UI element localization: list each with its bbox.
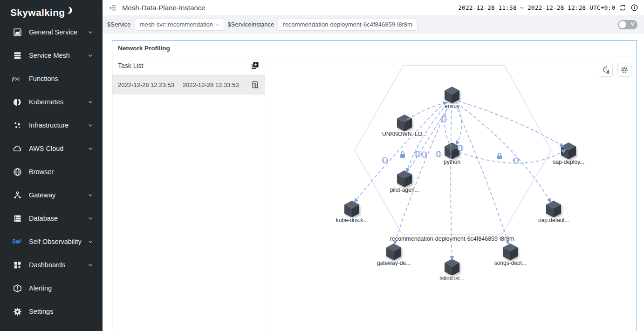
node-label-oap-default: oap.defaul...: [538, 217, 569, 223]
chevron-down-icon: [88, 122, 93, 128]
app-logo: Skywalking: [0, 0, 103, 20]
task-end-time: 2022-12-28 12:33:53: [183, 81, 239, 88]
topology-canvas[interactable]: envoyUNKNOWN_LO...pythonpilot-agen...kub…: [265, 58, 637, 329]
time-range-picker[interactable]: 2022-12-28 11:58 ~ 2022-12-28 12:28: [458, 4, 586, 11]
node-label-oap-deploy: oap-deploy...: [553, 159, 585, 165]
node-python[interactable]: [445, 142, 459, 159]
globe-icon: [513, 158, 519, 163]
menu-collapse-icon[interactable]: [106, 4, 119, 12]
sidebar-item-dashboards[interactable]: Dashboards: [0, 253, 103, 277]
edit-mode-toggle[interactable]: V: [618, 20, 637, 29]
sidebar-item-label: Service Mesh: [29, 52, 88, 59]
sidebar-item-browser[interactable]: Browser: [0, 160, 103, 183]
boundary-label: recommendation-deployment-6c4f846859-l8r…: [390, 236, 514, 242]
sidebar-item-database[interactable]: Database: [0, 207, 103, 230]
dots-cluster-icon: [12, 121, 22, 130]
sidebar-item-label: Self Observability: [29, 238, 88, 245]
sidebar-item-infrastructure[interactable]: Infrastructure: [0, 114, 103, 137]
instance-select-value: recommendation-deployment-6c4f846859-l8r…: [283, 21, 412, 28]
node-oap-default[interactable]: [546, 201, 561, 217]
sidebar-item-label: Dashboards: [29, 261, 88, 269]
task-row[interactable]: 2022-12-28 12:23:53 2022-12-28 12:33:53: [112, 75, 265, 95]
topology-edge: [407, 102, 447, 120]
skywalking-icon: Sw: [12, 237, 22, 246]
service-select[interactable]: mesh-svr::recommendation: [135, 19, 224, 31]
refresh-icon[interactable]: [619, 4, 627, 12]
node-unknown-local[interactable]: [397, 115, 412, 131]
service-var-label: $Service: [107, 21, 131, 28]
chevron-down-icon: [214, 22, 220, 27]
task-list-title: Task List: [118, 62, 251, 69]
sidebar-menu: General ServiceService Meshf(x)Functions…: [0, 20, 103, 323]
info-icon[interactable]: [630, 4, 638, 12]
sidebar-item-label: AWS Cloud: [29, 145, 88, 152]
node-label-unknown-local: UNKNOWN_LO...: [382, 131, 427, 137]
task-start-time: 2022-12-28 12:23:53: [118, 81, 174, 88]
gear-icon: [12, 307, 22, 316]
node-pilot-agent[interactable]: [397, 170, 412, 187]
task-history-icon: [602, 66, 610, 74]
node-envoy[interactable]: [445, 87, 459, 103]
panel-title: Network Profiling: [112, 41, 637, 56]
service-select-value: mesh-svr::recommendation: [140, 21, 214, 28]
globe-icon: [415, 151, 420, 157]
globe-icon: [441, 116, 446, 122]
node-label-envoy: envoy: [445, 103, 459, 109]
sidebar-item-settings[interactable]: Settings: [0, 300, 103, 323]
app-root: Skywalking General ServiceService Meshf(…: [0, 0, 644, 331]
node-label-gateway-dep: gateway-de...: [377, 260, 411, 266]
globe-icon: [436, 151, 441, 157]
node-kube-dns[interactable]: [344, 201, 359, 217]
chevron-down-icon: [88, 239, 93, 244]
topbar-right: 2022-12-28 11:58 ~ 2022-12-28 12:28 UTC+…: [458, 4, 638, 12]
service-instance-select[interactable]: recommendation-deployment-6c4f846859-l8r…: [278, 19, 418, 31]
view-task-icon[interactable]: [252, 81, 259, 89]
topology-edge: [456, 104, 462, 145]
chevron-down-icon: [88, 216, 93, 221]
node-istiod[interactable]: [445, 259, 459, 276]
sidebar-item-general-service[interactable]: General Service: [0, 20, 103, 44]
task-list: Task List 2022-12-28 12:23:53: [112, 56, 265, 331]
instance-var-label: $ServiceInstance: [228, 21, 274, 28]
chevron-down-icon: [88, 146, 93, 151]
sidebar-item-gateway[interactable]: Gateway: [0, 183, 103, 207]
toggle-knob: [619, 21, 626, 28]
lock-icon: [497, 153, 502, 159]
database-icon: [12, 214, 22, 223]
chevron-down-icon: [88, 262, 93, 268]
dashboard-content: Network Profiling Task List: [103, 34, 644, 331]
graph-tools: [599, 63, 631, 77]
node-gateway-dep[interactable]: [386, 243, 401, 260]
sidebar: Skywalking General ServiceService Meshf(…: [0, 0, 103, 331]
dashboard-toolbar: $Service mesh-svr::recommendation $Servi…: [103, 15, 644, 34]
topology-edge: [456, 102, 551, 203]
node-label-songs-dep: songs-depl...: [494, 260, 527, 266]
globe-icon: [12, 168, 22, 176]
sidebar-item-aws-cloud[interactable]: AWS Cloud: [0, 137, 103, 160]
chevron-down-icon: [88, 29, 93, 35]
topology-edge: [406, 104, 447, 172]
node-label-python: python: [444, 159, 460, 165]
dashboard-grid-icon: [12, 261, 22, 270]
network-profiling-panel: Network Profiling Task List: [112, 40, 637, 331]
sidebar-item-functions[interactable]: f(x)Functions: [0, 67, 103, 90]
graph-settings-button[interactable]: [617, 63, 631, 77]
sidebar-item-self-observability[interactable]: SwSelf Observability: [0, 230, 103, 253]
chevron-down-icon: [88, 53, 93, 58]
topology-edge: [455, 104, 509, 245]
task-history-button[interactable]: [599, 63, 613, 77]
topology-edge: [445, 104, 450, 144]
add-task-icon[interactable]: [251, 61, 259, 69]
sidebar-item-alerting[interactable]: Alerting: [0, 277, 103, 300]
sidebar-item-service-mesh[interactable]: Service Mesh: [0, 44, 103, 67]
logo-text: Skywalking: [10, 7, 65, 18]
lock-icon: [400, 152, 405, 158]
logo-crescent-icon: [65, 6, 74, 15]
sidebar-item-label: Alerting: [29, 284, 93, 292]
function-icon: f(x): [12, 74, 22, 83]
node-songs-dep[interactable]: [503, 243, 518, 260]
timezone-label: UTC+0:0: [589, 4, 615, 11]
topology-graph: envoyUNKNOWN_LO...pythonpilot-agen...kub…: [265, 56, 637, 331]
svg-text:Sw: Sw: [12, 238, 21, 245]
sidebar-item-kubernetes[interactable]: Kubernetes: [0, 90, 103, 114]
